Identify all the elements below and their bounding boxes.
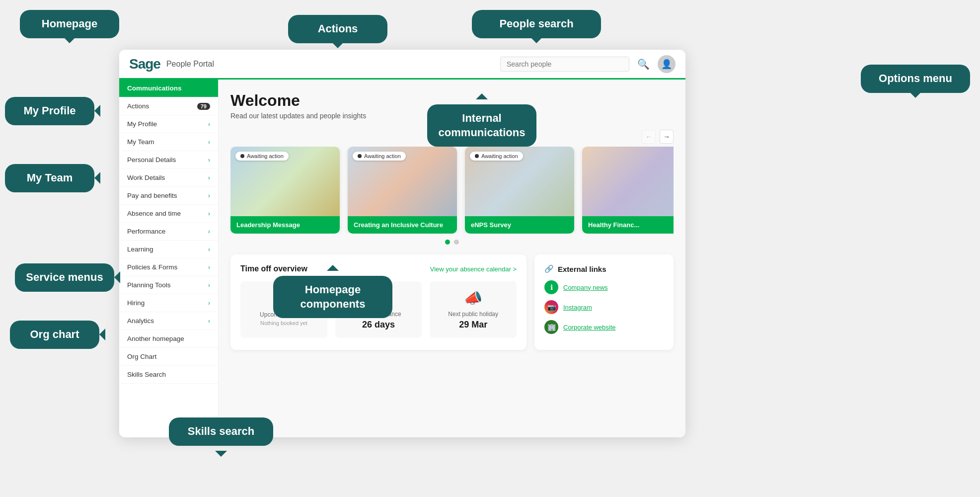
- ext-link-company-news[interactable]: ℹ Company news: [544, 280, 664, 294]
- carousel-nav: ← →: [230, 130, 674, 144]
- sidebar-item-personal-details[interactable]: Personal Details ›: [119, 151, 218, 169]
- card-footer-3: Healthy Financ...: [582, 216, 674, 234]
- carousel-dot-active[interactable]: [445, 240, 450, 245]
- comms-carousel: Awaiting action Leadership Message Await…: [230, 147, 674, 234]
- vacation-icon: 🏖️: [343, 289, 414, 307]
- tooltip-my-profile: My Profile: [5, 97, 94, 125]
- chevron-icon: ›: [208, 192, 210, 199]
- company-news-link[interactable]: Company news: [563, 284, 608, 291]
- building-icon: 🏢: [544, 320, 558, 334]
- external-links-card: 🔗 External links ℹ Company news 📷 Instag…: [534, 254, 674, 350]
- sidebar: Communications Actions 79 My Profile › M…: [119, 80, 219, 437]
- sidebar-item-planning-tools[interactable]: Planning Tools ›: [119, 276, 218, 294]
- holiday-value: 29 Mar: [438, 320, 509, 330]
- awaiting-badge-1: Awaiting action: [353, 152, 406, 161]
- logo-area: Sage People Portal: [129, 56, 214, 72]
- awaiting-label: Awaiting action: [247, 153, 284, 159]
- sidebar-item-actions[interactable]: Actions 79: [119, 97, 218, 115]
- comms-card-1[interactable]: Awaiting action Creating an Inclusive Cu…: [348, 147, 457, 234]
- corporate-link[interactable]: Corporate website: [563, 324, 616, 331]
- chevron-icon: ›: [208, 156, 210, 164]
- time-off-header: Time off overview View your absence cale…: [240, 264, 517, 273]
- vacation-label: Vacation balance: [343, 311, 414, 318]
- main-content: Welcome Read our latest updates and peop…: [219, 80, 685, 437]
- holiday-icon: 📣: [438, 289, 509, 307]
- sidebar-item-my-team[interactable]: My Team ›: [119, 133, 218, 151]
- sidebar-item-my-profile[interactable]: My Profile ›: [119, 115, 218, 133]
- time-off-item-holiday: 📣 Next public holiday 29 Mar: [430, 281, 517, 338]
- app-body: Communications Actions 79 My Profile › M…: [119, 80, 685, 437]
- instagram-link[interactable]: Instagram: [563, 304, 592, 311]
- sidebar-item-absence-time[interactable]: Absence and time ›: [119, 205, 218, 223]
- sidebar-label-my-team: My Team: [127, 138, 154, 146]
- sidebar-label-analytics: Analytics: [127, 317, 154, 325]
- carousel-dots: [230, 240, 674, 245]
- ext-link-corporate[interactable]: 🏢 Corporate website: [544, 320, 664, 334]
- comms-card-2[interactable]: Awaiting action eNPS Survey: [465, 147, 574, 234]
- actions-badge: 79: [197, 103, 210, 110]
- sidebar-label-org-chart: Org Chart: [127, 353, 156, 360]
- chevron-icon: ›: [208, 263, 210, 271]
- tooltip-homepage: Homepage: [20, 10, 119, 38]
- app-header: Sage People Portal 🔍 👤: [119, 50, 685, 80]
- user-avatar-button[interactable]: 👤: [658, 55, 676, 73]
- chevron-icon: ›: [208, 120, 210, 128]
- carousel-next-button[interactable]: →: [660, 130, 674, 144]
- sidebar-label-work-details: Work Details: [127, 174, 165, 181]
- info-icon: ℹ: [544, 280, 558, 294]
- chevron-icon: ›: [208, 317, 210, 325]
- upcoming-label: Upcoming time off: [248, 311, 319, 318]
- sidebar-item-hiring[interactable]: Hiring ›: [119, 294, 218, 312]
- sidebar-label-absence-time: Absence and time: [127, 210, 181, 217]
- chevron-icon: ›: [208, 210, 210, 217]
- sidebar-item-another-homepage[interactable]: Another homepage: [119, 330, 218, 348]
- tooltip-options-menu: Options menu: [861, 65, 970, 93]
- sidebar-item-pay-benefits[interactable]: Pay and benefits ›: [119, 187, 218, 205]
- upcoming-value: Nothing booked yet: [248, 320, 319, 326]
- sidebar-item-org-chart[interactable]: Org Chart: [119, 348, 218, 366]
- holiday-label: Next public holiday: [438, 311, 509, 318]
- sidebar-item-policies-forms[interactable]: Policies & Forms ›: [119, 258, 218, 276]
- time-off-card: Time off overview View your absence cale…: [230, 254, 527, 350]
- search-wrapper[interactable]: [500, 57, 629, 72]
- chevron-icon: ›: [208, 138, 210, 146]
- carousel-prev-button[interactable]: ←: [642, 130, 656, 144]
- calendar-icon: [275, 289, 293, 307]
- time-off-item-vacation: 🏖️ Vacation balance 26 days: [335, 281, 422, 338]
- sidebar-item-analytics[interactable]: Analytics ›: [119, 312, 218, 330]
- awaiting-badge-2: Awaiting action: [470, 152, 523, 161]
- sidebar-item-communications[interactable]: Communications: [119, 80, 218, 97]
- sage-logo: Sage: [129, 56, 160, 72]
- view-calendar-link[interactable]: View your absence calendar >: [430, 265, 517, 273]
- instagram-icon: 📷: [544, 300, 558, 314]
- sidebar-item-skills-search[interactable]: Skills Search: [119, 366, 218, 384]
- comms-card-3[interactable]: Healthy Financ...: [582, 147, 674, 234]
- comms-card-0[interactable]: Awaiting action Leadership Message: [230, 147, 340, 234]
- app-window: Sage People Portal 🔍 👤 Communications Ac…: [119, 50, 685, 437]
- search-button[interactable]: 🔍: [637, 58, 650, 70]
- sidebar-item-work-details[interactable]: Work Details ›: [119, 169, 218, 187]
- sidebar-item-learning[interactable]: Learning ›: [119, 241, 218, 258]
- sidebar-label-skills-search: Skills Search: [127, 371, 166, 378]
- ext-links-title: 🔗 External links: [544, 264, 664, 273]
- sidebar-label-learning: Learning: [127, 246, 153, 253]
- sidebar-item-performance[interactable]: Performance ›: [119, 223, 218, 241]
- carousel-dot-inactive[interactable]: [454, 240, 459, 245]
- sidebar-label-planning-tools: Planning Tools: [127, 281, 171, 289]
- awaiting-dot: [475, 154, 479, 158]
- awaiting-label: Awaiting action: [364, 153, 401, 159]
- search-input[interactable]: [507, 60, 623, 68]
- chevron-icon: ›: [208, 281, 210, 289]
- tooltip-my-team: My Team: [5, 164, 94, 192]
- ext-link-instagram[interactable]: 📷 Instagram: [544, 300, 664, 314]
- time-off-items: Upcoming time off Nothing booked yet 🏖️ …: [240, 281, 517, 338]
- tooltip-actions: Actions: [288, 15, 387, 43]
- sidebar-label-hiring: Hiring: [127, 299, 145, 307]
- awaiting-dot: [240, 154, 244, 158]
- tooltip-service-menus: Service menus: [15, 263, 114, 292]
- header-search: 🔍 👤: [500, 55, 676, 73]
- sidebar-label-policies-forms: Policies & Forms: [127, 263, 177, 271]
- time-off-item-upcoming: Upcoming time off Nothing booked yet: [240, 281, 327, 338]
- components-row: Time off overview View your absence cale…: [230, 254, 674, 350]
- awaiting-dot: [358, 154, 362, 158]
